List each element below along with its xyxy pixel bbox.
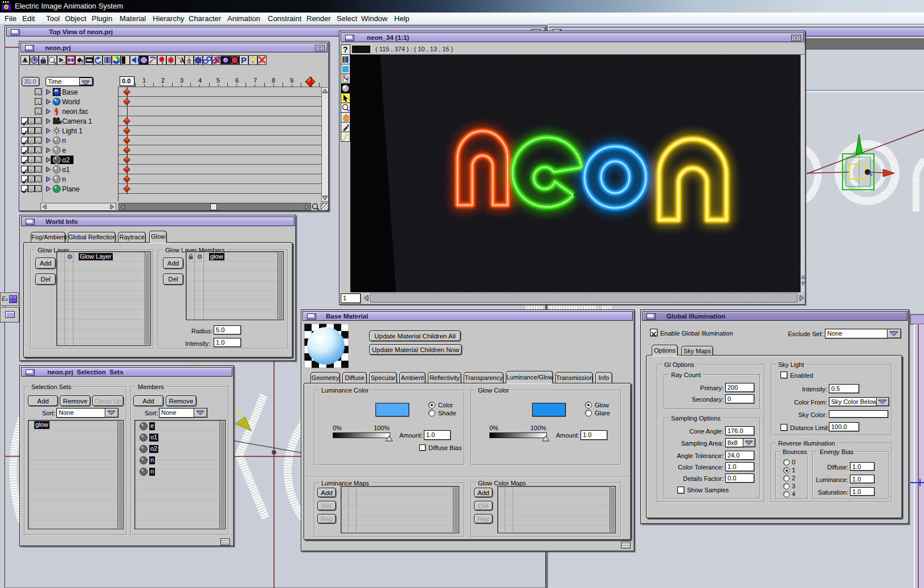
svg-text:?: ? [343,45,348,54]
svg-text:P: P [241,55,247,65]
